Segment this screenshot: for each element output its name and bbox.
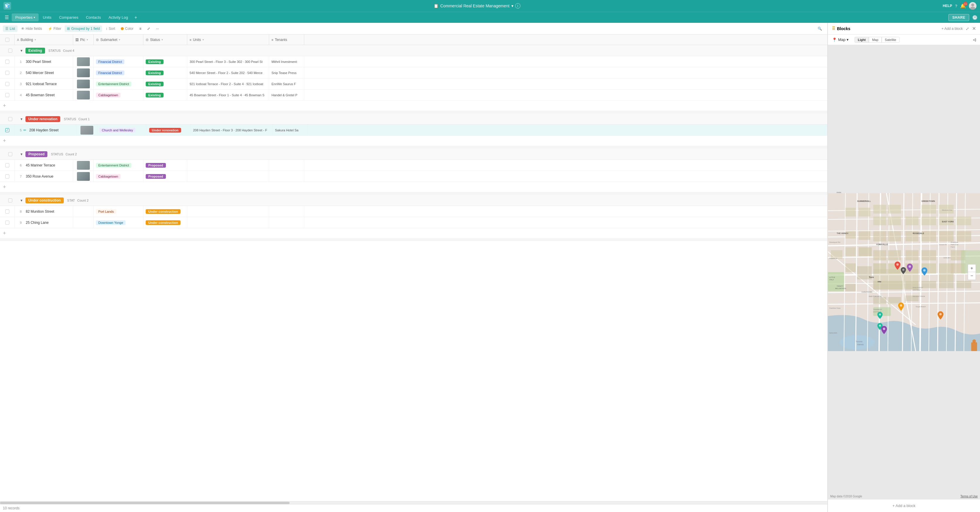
group-by-button[interactable]: ⊞ Grouped by 1 field (65, 25, 102, 32)
list-view-button[interactable]: ☰ List (3, 25, 18, 32)
group-toggle-existing[interactable]: ▼ (20, 49, 23, 52)
user-avatar[interactable] (969, 2, 977, 10)
map-type-map[interactable]: Map (869, 37, 881, 43)
add-block-header-button[interactable]: + Add a block (942, 27, 963, 31)
group-spacer (0, 111, 827, 113)
checkbox[interactable] (5, 60, 10, 64)
table-row[interactable]: 4 45 Bowman Street Cabbagetown Existing … (0, 89, 827, 101)
svg-rect-65 (956, 216, 971, 225)
checkbox[interactable] (5, 163, 10, 167)
row-checkbox[interactable]: ✓ (0, 125, 14, 135)
col-header-pic[interactable]: 🖼 Pic ▾ (73, 35, 94, 45)
table-row[interactable]: 9 25 Ching Lane Downtown Yonge Under con… (0, 217, 827, 228)
group-toggle-under-renovation[interactable]: ▼ (20, 117, 23, 121)
table-row[interactable]: 1 300 Pearl Street Financial District Ex… (0, 56, 827, 67)
units-cell: 921 Iceboat Terrace - Floor 2 - Suite 4 … (187, 78, 269, 89)
svg-rect-70 (921, 205, 936, 213)
group-checkbox[interactable] (8, 49, 12, 52)
col-header-tenants[interactable]: ≡ Tenants (269, 35, 304, 45)
text-type-icon: A (17, 38, 19, 41)
checkbox[interactable] (5, 210, 10, 213)
nav-activity-log[interactable]: Activity Log (105, 13, 131, 21)
col-header-units[interactable]: ≡ Units ▾ (187, 35, 269, 45)
checkbox[interactable] (5, 82, 10, 86)
project-dropdown-icon[interactable]: ▾ (511, 3, 514, 8)
sort-button[interactable]: ↕ Sort (103, 25, 117, 32)
zoom-out-button[interactable]: − (968, 272, 975, 280)
history-icon[interactable]: 🕐 (972, 15, 978, 20)
add-row-button-proposed[interactable]: + (0, 182, 827, 192)
expand-button[interactable]: ⤢ (145, 25, 153, 32)
edit-icon[interactable]: ✏ (24, 128, 26, 132)
checkbox[interactable] (5, 93, 10, 97)
add-view-button[interactable]: + (132, 14, 139, 21)
group-checkbox[interactable] (8, 117, 12, 121)
map-type-selector[interactable]: 📍 Map ▾ (832, 37, 849, 42)
map-type-satellite[interactable]: Satellite (882, 37, 900, 43)
row-height-button[interactable]: ≡ (137, 25, 144, 32)
svg-text:Park East: Park East (951, 244, 958, 245)
notification-count: 11 (963, 2, 967, 6)
col-header-status[interactable]: ◎ Status ▾ (143, 35, 187, 45)
notifications-bell[interactable]: 🔔 11 (960, 3, 966, 9)
row-checkbox[interactable] (0, 56, 14, 67)
add-row-button-under-renovation[interactable]: + (0, 136, 827, 146)
building-thumbnail (77, 172, 90, 181)
filter-button[interactable]: ⚡ Filter (46, 25, 64, 32)
svg-rect-27 (873, 250, 886, 261)
horizontal-scrollbar[interactable] (0, 501, 827, 504)
sidebar-toggle[interactable]: ☰ (2, 13, 11, 21)
nav-contacts[interactable]: Contacts (83, 13, 105, 21)
info-icon[interactable]: i (515, 3, 520, 8)
nav-properties[interactable]: Properties ▾ (12, 13, 39, 21)
map-type-light[interactable]: Light (854, 37, 869, 43)
row-checkbox[interactable] (0, 160, 14, 170)
color-button[interactable]: Color (118, 25, 136, 32)
col-header-building[interactable]: A Building ▾ (14, 35, 73, 45)
nav-units[interactable]: Units (39, 13, 55, 21)
group-checkbox[interactable] (8, 152, 12, 156)
more-options-button[interactable]: ··· (154, 25, 161, 32)
search-button[interactable]: 🔍 (815, 25, 824, 32)
row-checkbox[interactable] (0, 89, 14, 100)
help-link[interactable]: HELP (943, 4, 952, 8)
expand-panel-icon[interactable]: ⤢ (966, 26, 969, 31)
zoom-in-button[interactable]: + (968, 264, 975, 272)
table-row[interactable]: 6 45 Mariner Terrace Entertainment Distr… (0, 160, 827, 171)
checkbox[interactable] (5, 221, 10, 225)
map-collapse-icon[interactable]: ◁ (973, 37, 976, 42)
row-checkbox[interactable] (0, 171, 14, 182)
table-row[interactable]: 2 540 Mercer Street Financial District E… (0, 67, 827, 78)
checkbox[interactable] (5, 71, 10, 75)
share-button[interactable]: SHARE (948, 14, 969, 21)
svg-rect-33 (905, 250, 919, 261)
help-question-icon[interactable]: ? (955, 4, 957, 8)
group-toggle-proposed[interactable]: ▼ (20, 153, 23, 156)
table-row[interactable]: 8 82 Munition Street Port Lands Under co… (0, 206, 827, 217)
group-toggle-under-construction[interactable]: ▼ (20, 199, 23, 202)
nav-companies[interactable]: Companies (56, 13, 82, 21)
add-row-button-existing[interactable]: + (0, 101, 827, 111)
scrollbar-thumb[interactable] (0, 502, 290, 504)
hide-fields-button[interactable]: 👁 Hide fields (19, 25, 45, 32)
add-block-button[interactable]: + Add a block (828, 499, 980, 512)
submarket-tag: Cabbagetown (96, 174, 121, 179)
add-row-button-under-construction[interactable]: + (0, 228, 827, 238)
checkbox[interactable] (5, 38, 10, 42)
row-checkbox[interactable] (0, 217, 14, 228)
table-row[interactable]: ✓ 5 ✏ 208 Hayden Street Church and Welle… (0, 125, 827, 136)
row-checkbox[interactable] (0, 206, 14, 217)
checkbox[interactable] (5, 174, 10, 178)
row-checkbox[interactable] (0, 67, 14, 78)
close-panel-icon[interactable]: ✕ (972, 26, 976, 31)
select-all-checkbox[interactable] (0, 35, 14, 45)
checkbox-selected[interactable]: ✓ (5, 128, 10, 132)
group-checkbox[interactable] (8, 198, 12, 202)
map-terms[interactable]: Terms of Use (960, 495, 978, 498)
table-row[interactable]: 3 921 Iceboat Terrace Entertainment Dist… (0, 78, 827, 89)
col-header-submarket[interactable]: ◎ Submarket ▾ (94, 35, 143, 45)
row-number: 2 (14, 71, 24, 75)
app-logo[interactable]: 🧊 (3, 2, 11, 10)
table-row[interactable]: 7 350 Rose Avenue Cabbagetown Proposed (0, 171, 827, 182)
row-checkbox[interactable] (0, 78, 14, 89)
